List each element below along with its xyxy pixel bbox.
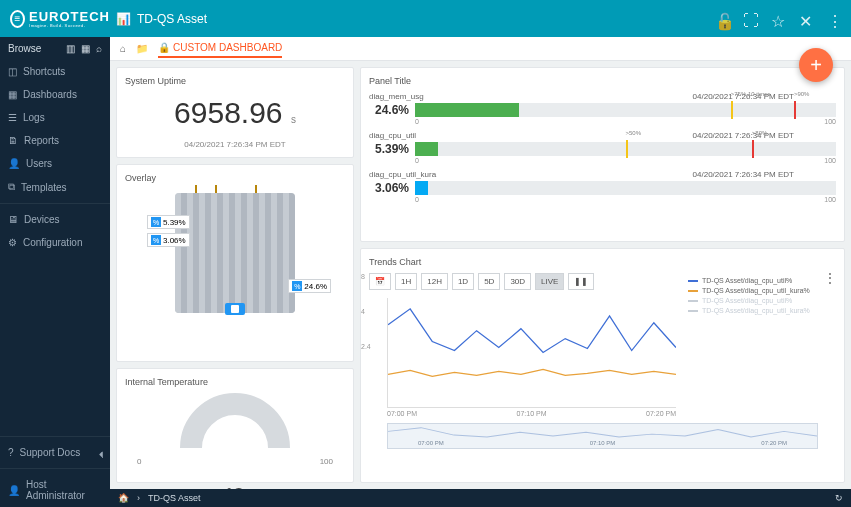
trends-title: Trends Chart: [369, 257, 836, 267]
temperature-title: Internal Temperature: [125, 377, 345, 387]
metric-mem: diag_mem_usg04/20/2021 7:26:34 PM EDT 24…: [369, 92, 836, 125]
calendar-button[interactable]: 📅: [369, 273, 391, 290]
brand-logo[interactable]: ≡ EUROTECH Imagine. Build. Succeed.: [10, 9, 110, 28]
range-1d[interactable]: 1D: [452, 273, 474, 290]
dashboard-icon: 📊: [116, 12, 131, 26]
device-image: %5.39% %3.06% %24.6%: [175, 193, 295, 313]
star-icon[interactable]: ☆: [771, 12, 785, 26]
panel-title: Panel Title: [369, 76, 836, 86]
view-grid-icon[interactable]: ▦: [81, 43, 90, 54]
add-fab-button[interactable]: +: [799, 48, 833, 82]
trends-chart-plot[interactable]: [387, 298, 676, 408]
tab-folder-icon[interactable]: 📁: [136, 43, 148, 54]
home-icon[interactable]: 🏠: [118, 493, 129, 503]
trends-legend: TD-QS Asset/diag_cpu_util% TD-QS Asset/d…: [688, 277, 838, 317]
overlay-tag-kura[interactable]: %3.06%: [147, 233, 190, 247]
pause-button[interactable]: ❚❚: [568, 273, 594, 290]
temperature-card: Internal Temperature 0 °C 100: [116, 368, 354, 483]
breadcrumb-action-icon[interactable]: ↻: [835, 493, 843, 503]
temperature-gauge: [180, 393, 290, 448]
sidebar-item-logs[interactable]: ☰ Logs: [0, 106, 110, 129]
uptime-card: System Uptime 6958.96 s 04/20/2021 7:26:…: [116, 67, 354, 158]
metric-kura-bar: [415, 181, 836, 195]
sidebar-item-dashboards[interactable]: ▦ Dashboards: [0, 83, 110, 106]
range-5d[interactable]: 5D: [478, 273, 500, 290]
sidebar-item-configuration[interactable]: ⚙ Configuration: [0, 231, 110, 254]
brand-name: EUROTECH: [29, 9, 110, 24]
overlay-title: Overlay: [125, 173, 345, 183]
trends-card: Trends Chart ⋮ 📅 1H 12H 1D 5D 30D LIVE ❚…: [360, 248, 845, 483]
overlay-tag-mem[interactable]: %24.6%: [288, 279, 331, 293]
overlay-toggle[interactable]: [225, 303, 245, 315]
breadcrumb-bar: 🏠 › TD-QS Asset ↻: [110, 489, 851, 507]
metric-cpu-bar: >50% >80%: [415, 142, 836, 156]
tools-icon[interactable]: ✕: [799, 12, 813, 26]
sidebar-item-templates[interactable]: ⧉ Templates: [0, 175, 110, 199]
metric-cpu: diag_cpu_util04/20/2021 7:26:34 PM EDT 5…: [369, 131, 836, 164]
tab-home-icon[interactable]: ⌂: [120, 43, 126, 54]
uptime-value: 6958.96 s: [125, 96, 345, 130]
breadcrumb-item[interactable]: TD-QS Asset: [148, 493, 201, 503]
sidebar: Browse ▥ ▦ ⌕ ◫ Shortcuts ▦ Dashboards ☰ …: [0, 37, 110, 507]
lock-icon[interactable]: 🔓: [715, 12, 729, 26]
sidebar-host-admin[interactable]: 👤 Host Administrator: [0, 473, 110, 507]
trends-brush[interactable]: 07:00 PM07:10 PM07:20 PM: [387, 423, 818, 449]
asset-title: TD-QS Asset: [137, 12, 207, 26]
metric-mem-bar: >75% 10 times >90%: [415, 103, 836, 117]
metric-kura: diag_cpu_util_kura04/20/2021 7:26:34 PM …: [369, 170, 836, 203]
logo-icon: ≡: [10, 10, 25, 28]
uptime-timestamp: 04/20/2021 7:26:34 PM EDT: [125, 140, 345, 149]
search-icon[interactable]: ⌕: [96, 43, 102, 54]
overlay-card: Overlay %5.39% %3.06% %24.6%: [116, 164, 354, 362]
overlay-tag-cpu[interactable]: %5.39%: [147, 215, 190, 229]
more-icon[interactable]: ⋮: [827, 12, 841, 26]
browse-label: Browse: [8, 43, 41, 54]
fullscreen-icon[interactable]: ⛶: [743, 12, 757, 26]
uptime-title: System Uptime: [125, 76, 345, 86]
range-1h[interactable]: 1H: [395, 273, 417, 290]
sidebar-support[interactable]: ? Support Docs: [0, 441, 110, 464]
sidebar-item-reports[interactable]: 🗎 Reports: [0, 129, 110, 152]
range-live[interactable]: LIVE: [535, 273, 564, 290]
view-list-icon[interactable]: ▥: [66, 43, 75, 54]
range-30d[interactable]: 30D: [504, 273, 531, 290]
panel-card: Panel Title diag_mem_usg04/20/2021 7:26:…: [360, 67, 845, 242]
sidebar-item-devices[interactable]: 🖥 Devices: [0, 208, 110, 231]
sidebar-item-shortcuts[interactable]: ◫ Shortcuts: [0, 60, 110, 83]
range-12h[interactable]: 12H: [421, 273, 448, 290]
tab-custom-dashboard[interactable]: 🔒 CUSTOM DASHBOARD: [158, 42, 282, 58]
sidebar-item-users[interactable]: 👤 Users: [0, 152, 110, 175]
